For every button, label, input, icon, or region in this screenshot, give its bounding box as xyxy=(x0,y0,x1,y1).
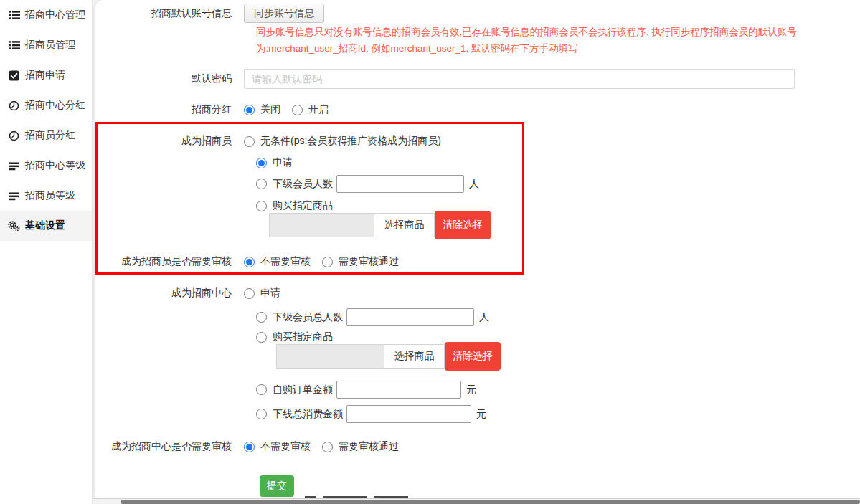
sync-account-button[interactable]: 同步账号信息 xyxy=(244,4,324,23)
center-selected-products-input xyxy=(276,344,384,369)
agent-selected-products-input xyxy=(269,213,374,237)
agent-option-apply-row: 申请 xyxy=(256,156,293,169)
center-product-picker: 选择商品 清除选择 xyxy=(276,342,501,371)
center-option-downline-spend[interactable]: 下线总消费金额 xyxy=(256,408,343,421)
become-agent-row: 成为招商员 无条件(ps:会员获得推广资格成为招商员) xyxy=(95,135,441,148)
radio-center-downline-spend[interactable] xyxy=(256,409,267,419)
center-option-downline-spend-row: 下线总消费金额 元 xyxy=(256,405,486,423)
become-center-label: 成为招商中心 xyxy=(95,287,244,300)
sync-account-label: 招商默认账号信息 xyxy=(95,7,244,20)
sidebar-item-agent-manage[interactable]: 招商员管理 xyxy=(0,30,92,60)
sidebar-item-label: 招商申请 xyxy=(25,69,65,82)
radio-agent-member-count[interactable] xyxy=(256,179,267,189)
agent-option-member-count[interactable]: 下级会员人数 xyxy=(256,178,333,191)
sidebar-item-merchant-center-manage[interactable]: 招商中心管理 xyxy=(0,0,92,30)
center-self-order-input[interactable] xyxy=(336,381,461,399)
default-password-input[interactable] xyxy=(244,69,795,89)
bars-icon xyxy=(8,190,20,201)
radio-agent-review-no[interactable] xyxy=(244,257,255,267)
default-password-row: 默认密码 xyxy=(95,69,795,89)
center-select-product-button[interactable]: 选择商品 xyxy=(384,344,445,369)
center-option-member-total[interactable]: 下级会员总人数 xyxy=(256,311,343,324)
center-option-apply[interactable]: 申请 xyxy=(244,287,280,300)
agent-select-product-button[interactable]: 选择商品 xyxy=(374,213,435,237)
radio-agent-apply[interactable] xyxy=(256,158,267,168)
center-review-no[interactable]: 不需要审核 xyxy=(244,440,311,453)
center-downline-spend-suffix: 元 xyxy=(476,408,486,421)
sync-account-row: 招商默认账号信息 同步账号信息 xyxy=(95,4,324,23)
sidebar-item-label: 招商中心管理 xyxy=(25,9,85,22)
radio-center-review-yes[interactable] xyxy=(322,442,333,452)
agent-member-count-input[interactable] xyxy=(336,175,464,193)
radio-center-review-no[interactable] xyxy=(244,442,255,452)
submit-row: 提交 xyxy=(260,475,294,497)
agent-review-yes[interactable]: 需要审核通过 xyxy=(322,255,399,268)
center-option-self-order-row: 自购订单金额 元 xyxy=(256,381,476,399)
check-square-icon xyxy=(8,70,20,81)
sidebar-item-label: 招商员管理 xyxy=(25,39,75,52)
radio-dividend-close[interactable] xyxy=(244,105,255,115)
default-password-label: 默认密码 xyxy=(95,72,244,85)
cogs-icon xyxy=(8,220,20,232)
dividend-option-close[interactable]: 关闭 xyxy=(244,103,280,116)
agent-review-label: 成为招商员是否需要审核 xyxy=(95,255,244,268)
center-member-total-suffix: 人 xyxy=(479,311,489,324)
clock-icon xyxy=(8,100,20,111)
submit-button[interactable]: 提交 xyxy=(260,475,294,497)
radio-center-member-total[interactable] xyxy=(256,312,267,323)
list-icon xyxy=(8,39,20,51)
radio-agent-unconditional[interactable] xyxy=(244,136,255,147)
center-self-order-suffix: 元 xyxy=(466,384,476,396)
center-review-row: 成为招商中心是否需要审核 不需要审核 需要审核通过 xyxy=(95,440,399,453)
center-clear-selection-button[interactable]: 清除选择 xyxy=(445,342,501,371)
center-member-total-input[interactable] xyxy=(346,308,474,326)
agent-product-picker: 选择商品 清除选择 xyxy=(269,211,491,239)
radio-center-buy-product[interactable] xyxy=(256,332,267,343)
bars-icon xyxy=(8,160,20,171)
sync-account-note: 同步账号信息只对没有账号信息的招商会员有效,已存在账号信息的招商会员不会执行该程… xyxy=(256,24,826,57)
dividend-row: 招商分红 关闭 开启 xyxy=(95,103,329,116)
sidebar-item-label: 招商中心等级 xyxy=(25,159,85,172)
sidebar-item-basic-settings[interactable]: 基础设置 xyxy=(0,211,92,241)
center-downline-spend-input[interactable] xyxy=(346,405,471,423)
radio-agent-review-yes[interactable] xyxy=(322,257,333,267)
horizontal-scrollbar xyxy=(93,498,860,504)
sidebar-item-agent-dividend[interactable]: 招商员分红 xyxy=(0,120,92,151)
agent-option-unconditional[interactable]: 无条件(ps:会员获得推广资格成为招商员) xyxy=(244,135,441,148)
clock-icon xyxy=(8,130,20,141)
radio-agent-buy-product[interactable] xyxy=(256,201,267,211)
become-center-row: 成为招商中心 申请 xyxy=(95,287,280,300)
agent-option-apply[interactable]: 申请 xyxy=(256,156,293,169)
radio-center-self-order[interactable] xyxy=(256,384,267,395)
sidebar-item-center-dividend[interactable]: 招商中心分红 xyxy=(0,90,92,120)
sidebar-item-label: 招商中心分红 xyxy=(25,99,85,112)
list-icon xyxy=(8,9,20,21)
sidebar-item-label: 基础设置 xyxy=(25,219,65,232)
become-agent-label: 成为招商员 xyxy=(95,135,244,148)
sidebar-item-center-level[interactable]: 招商中心等级 xyxy=(0,151,92,181)
dividend-label: 招商分红 xyxy=(95,103,244,116)
agent-clear-selection-button[interactable]: 清除选择 xyxy=(435,211,491,239)
radio-center-apply[interactable] xyxy=(244,288,255,299)
sidebar: 招商中心管理 招商员管理 招商申请 招商中心分红 招商员分红 招商中心等级 xyxy=(0,0,93,504)
radio-dividend-open[interactable] xyxy=(292,105,303,115)
center-option-self-order[interactable]: 自购订单金额 xyxy=(256,384,333,396)
agent-review-no[interactable]: 不需要审核 xyxy=(244,255,311,268)
agent-member-count-suffix: 人 xyxy=(469,178,479,191)
horizontal-scrollbar-thumb[interactable] xyxy=(121,500,860,504)
agent-review-row: 成为招商员是否需要审核 不需要审核 需要审核通过 xyxy=(95,255,399,268)
center-review-label: 成为招商中心是否需要审核 xyxy=(95,440,244,453)
sidebar-item-merchant-apply[interactable]: 招商申请 xyxy=(0,60,92,90)
dividend-option-open[interactable]: 开启 xyxy=(292,103,329,116)
sidebar-item-label: 招商员分红 xyxy=(25,129,75,142)
sidebar-item-label: 招商员等级 xyxy=(25,189,75,202)
sidebar-item-agent-level[interactable]: 招商员等级 xyxy=(0,181,92,211)
center-option-member-total-row: 下级会员总人数 人 xyxy=(256,308,489,326)
center-review-yes[interactable]: 需要审核通过 xyxy=(322,440,399,453)
agent-option-member-count-row: 下级会员人数 人 xyxy=(256,175,479,193)
